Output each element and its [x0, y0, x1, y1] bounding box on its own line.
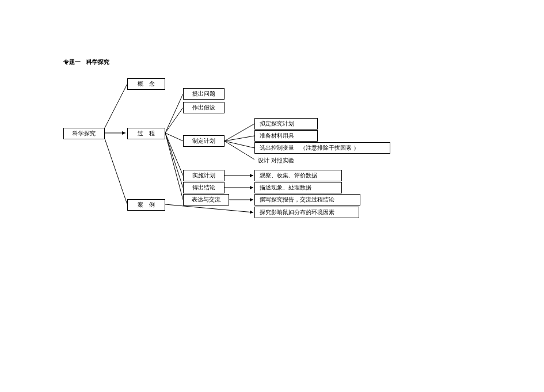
- node-case: 案 例: [127, 199, 165, 211]
- page-title: 专题一 科学探究: [63, 58, 109, 66]
- svg-line-2: [105, 139, 127, 204]
- node-plan-materials: 准备材料用具: [254, 130, 318, 142]
- svg-line-11: [225, 141, 254, 148]
- svg-line-0: [105, 84, 127, 128]
- node-root: 科学探究: [63, 128, 105, 139]
- node-step-implement: 实施计划: [183, 170, 225, 181]
- svg-line-3: [165, 94, 183, 133]
- svg-line-4: [165, 108, 183, 133]
- node-case-detail: 探究影响鼠妇分布的环境因素: [254, 207, 359, 218]
- svg-line-12: [225, 141, 254, 159]
- diagram-canvas: 专题一 科学探究 科学探究 概 念 过 程 案 例 提出问题 作出假设 制定计划…: [0, 0, 544, 392]
- node-step-conclude: 得出结论: [183, 182, 225, 193]
- svg-line-10: [225, 136, 254, 141]
- node-step-communicate: 表达与交流: [183, 194, 229, 205]
- svg-line-6: [165, 133, 183, 176]
- node-step-propose: 提出问题: [183, 88, 225, 100]
- svg-line-16: [165, 204, 253, 212]
- node-right-implement: 观察、收集、评价数据: [254, 170, 342, 181]
- node-plan-outline: 拟定探究计划: [254, 118, 318, 130]
- svg-line-9: [225, 124, 254, 141]
- svg-line-8: [165, 133, 183, 200]
- node-process: 过 程: [127, 128, 165, 139]
- label-design-control: 设计 对照实验: [258, 157, 294, 165]
- svg-line-7: [165, 133, 183, 188]
- node-plan-variables: 选出控制变量 （注意排除干扰因素 ）: [254, 142, 390, 154]
- node-right-conclude: 描述现象、处理数据: [254, 182, 342, 193]
- node-concept: 概 念: [127, 78, 165, 90]
- node-step-hypothesis: 作出假设: [183, 102, 225, 113]
- node-right-communicate: 撰写探究报告，交流过程结论: [254, 194, 360, 205]
- node-step-plan: 制定计划: [183, 135, 225, 147]
- svg-line-5: [165, 133, 183, 141]
